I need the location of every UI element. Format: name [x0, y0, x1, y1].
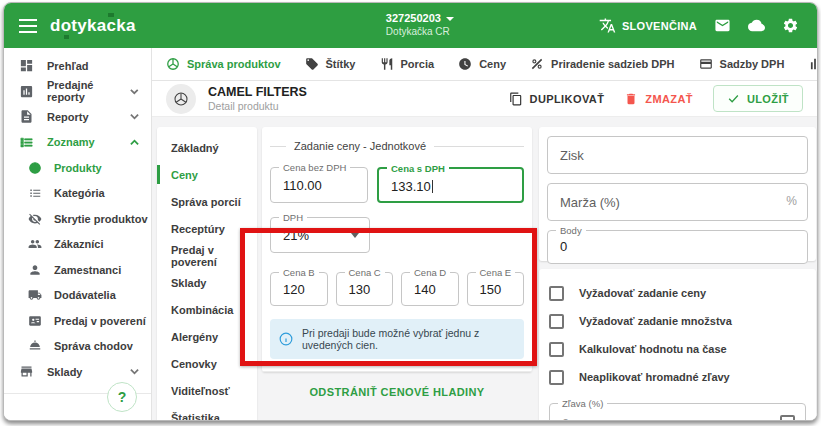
product-icon — [166, 57, 180, 71]
tab-porcia[interactable]: Porcia — [380, 57, 435, 71]
no-bulk-discount-checkbox-row[interactable]: Neaplikovať hromadné zľavy — [549, 363, 806, 391]
save-button[interactable]: ULOŽIŤ — [713, 85, 803, 112]
subnav-label: Receptúry — [171, 223, 225, 235]
tab-label: Sadzby DPH — [720, 58, 785, 70]
mail-icon[interactable] — [714, 17, 731, 34]
subnav-item-alergeny[interactable]: Alergény — [157, 323, 257, 350]
price-level-c-field[interactable]: Cena C 130 — [336, 272, 394, 306]
subnav-item-receptury[interactable]: Receptúry — [157, 215, 257, 242]
price-without-vat-field[interactable]: Cena bez DPH 110.00 — [270, 167, 368, 203]
field-label: DPH — [279, 212, 307, 223]
field-label: Cena bez DPH — [279, 162, 350, 173]
chevron-down-icon — [130, 87, 139, 96]
calculate-by-time-checkbox-row[interactable]: Kalkulovať hodnotu na čase — [549, 335, 806, 363]
subnav-item-cenovky[interactable]: Cenovky — [157, 350, 257, 377]
subnav-label: Štatistika — [171, 412, 220, 422]
account-switcher[interactable]: 327250203 Dotykačka CR — [386, 12, 454, 38]
subnav-item-kombinacia[interactable]: Kombinácia — [157, 296, 257, 323]
dashboard-icon — [19, 58, 34, 73]
subnav-item-ceny[interactable]: Ceny — [157, 161, 257, 188]
options-card: Vyžadovať zadanie ceny Vyžadovať zadanie… — [539, 269, 816, 421]
app-window: dotykacka 327250203 Dotykačka CR SLOVENČ… — [3, 2, 818, 421]
subnav-item-viditelnost[interactable]: Viditeľnosť — [157, 377, 257, 404]
info-message: Pri predaji bude možné vybrať jednu z uv… — [302, 327, 515, 351]
require-price-checkbox-row[interactable]: Vyžadovať zadanie ceny — [549, 279, 806, 307]
field-label: Zisk — [560, 148, 584, 163]
field-value: 133.10 — [391, 179, 431, 194]
margin-field[interactable]: Marža (%) % — [547, 183, 808, 221]
sidebar-item-skrytie-produktov[interactable]: Skrytie produktov — [4, 206, 151, 232]
sidebar: Prehľad Predajné reporty Reporty Zoznamy… — [4, 48, 152, 420]
duplicate-label: DUPLIKOVAŤ — [530, 93, 605, 105]
sidebar-item-label: Reporty — [47, 111, 89, 123]
warehouse-icon — [19, 364, 34, 379]
settings-icon[interactable] — [782, 17, 799, 34]
sidebar-item-kategoria[interactable]: Kategória — [4, 181, 151, 207]
price-levels-row: Cena B 120 Cena C 130 Cena D 140 Cena E … — [270, 272, 524, 306]
checkbox[interactable] — [549, 342, 564, 357]
checkbox[interactable] — [549, 286, 564, 301]
app-logo[interactable]: dotykacka — [50, 16, 136, 36]
chevron-down-icon — [130, 367, 139, 376]
eye-off-icon — [28, 212, 42, 226]
tab-cenove-hladiny[interactable]: Cenové hladiny — [808, 57, 818, 71]
profit-field[interactable]: Zisk — [547, 136, 808, 174]
id-card-icon — [28, 314, 42, 328]
person-icon — [28, 263, 42, 277]
require-quantity-checkbox-row[interactable]: Vyžadovať zadanie množstva — [549, 307, 806, 335]
sidebar-item-dodavatelia[interactable]: Dodávatelia — [4, 283, 151, 309]
chevron-down-icon — [130, 112, 139, 121]
subnav-item-statistika[interactable]: Štatistika — [157, 404, 257, 421]
sidebar-item-produkty[interactable]: Produkty — [4, 155, 151, 181]
tab-sadzby-dph[interactable]: Sadzby DPH — [699, 57, 785, 71]
sidebar-item-zamestnanci[interactable]: Zamestnanci — [4, 257, 151, 283]
discount-checkbox[interactable] — [780, 415, 795, 421]
remove-price-levels-button[interactable]: ODSTRÁNIŤ CENOVÉ HLADINY — [270, 372, 524, 404]
discount-field[interactable]: Zľava (%) 0 — [549, 403, 806, 421]
price-level-d-field[interactable]: Cena D 140 — [401, 272, 459, 306]
delete-button[interactable]: ZMAZAŤ — [624, 92, 693, 106]
sidebar-item-predaj-v-povereni[interactable]: Predaj v poverení — [4, 308, 151, 334]
sidebar-item-zakaznici[interactable]: Zákazníci — [4, 232, 151, 258]
checkbox[interactable] — [549, 314, 564, 329]
sidebar-item-reporty[interactable]: Reporty — [4, 104, 151, 130]
sidebar-item-prehlad[interactable]: Prehľad — [4, 53, 151, 79]
product-header: CAMEL FILTERS Detail produktu DUPLIKOVAŤ… — [152, 81, 817, 117]
price-with-vat-field[interactable]: Cena s DPH 133.10 — [377, 167, 524, 203]
tab-stitky[interactable]: Štítky — [305, 57, 356, 71]
category-list-icon — [28, 186, 42, 200]
duplicate-button[interactable]: DUPLIKOVAŤ — [509, 92, 605, 106]
sales-report-icon — [19, 84, 34, 99]
subnav-label: Kombinácia — [171, 304, 233, 316]
product-icon — [173, 91, 189, 107]
help-label: ? — [118, 389, 127, 405]
tab-ceny[interactable]: Ceny — [458, 57, 506, 71]
language-selector[interactable]: SLOVENČINA — [599, 17, 697, 34]
topbar: dotykacka 327250203 Dotykačka CR SLOVENČ… — [4, 3, 817, 48]
subnav-item-predaj-v-povereni[interactable]: Predaj v poverení — [157, 242, 257, 269]
checkbox[interactable] — [549, 370, 564, 385]
help-button[interactable]: ? — [107, 382, 137, 412]
sidebar-item-predajne-reporty[interactable]: Predajné reporty — [4, 79, 151, 105]
subnav-item-sprava-porcii[interactable]: Správa porcií — [157, 188, 257, 215]
tab-priradenie-sadzieb-dph[interactable]: Priradenie sadzieb DPH — [530, 57, 675, 71]
cloud-icon[interactable] — [748, 17, 765, 34]
menu-icon[interactable] — [19, 19, 37, 33]
tab-sprava-produktov[interactable]: Správa produktov — [166, 57, 281, 71]
field-label: Cena E — [476, 267, 516, 278]
subnav-item-sklady[interactable]: Sklady — [157, 269, 257, 296]
sidebar-item-sprava-chodov[interactable]: Správa chodov — [4, 334, 151, 360]
field-value: 0 — [560, 239, 567, 254]
price-level-e-field[interactable]: Cena E 150 — [467, 272, 525, 306]
field-label: Cena B — [279, 267, 319, 278]
sidebar-item-sklady[interactable]: Sklady — [4, 359, 151, 385]
points-field[interactable]: Body 0 — [547, 230, 808, 264]
tag-icon — [305, 57, 319, 71]
sidebar-item-zoznamy[interactable]: Zoznamy — [4, 130, 151, 156]
vat-select[interactable]: DPH 21% — [270, 217, 370, 253]
translate-icon — [599, 17, 616, 34]
delete-label: ZMAZAŤ — [645, 93, 693, 105]
price-level-b-field[interactable]: Cena B 120 — [270, 272, 328, 306]
subnav-item-zakladny[interactable]: Základný — [157, 134, 257, 161]
section-title: Zadanie ceny - Jednotkové — [294, 140, 426, 152]
